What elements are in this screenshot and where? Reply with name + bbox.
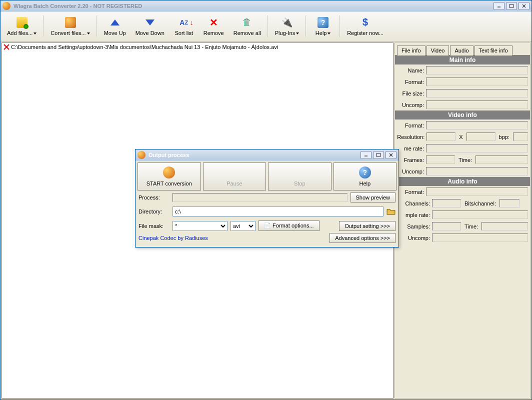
value-audio-time bbox=[482, 222, 528, 230]
label-samples: Samples: bbox=[397, 224, 430, 230]
label-audio-uncomp: Uncomp: bbox=[397, 235, 430, 241]
remove-icon: ✕ bbox=[208, 17, 219, 28]
label-frames: Frames: bbox=[397, 157, 424, 163]
codec-link[interactable]: Cinepak Codec by Radiuses bbox=[138, 235, 208, 241]
open-folder-icon[interactable] bbox=[386, 207, 396, 216]
pause-icon bbox=[228, 166, 240, 178]
advanced-options-button[interactable]: Advanced options >>> bbox=[330, 233, 396, 243]
info-tabs: File info Video Audio Text file info bbox=[395, 43, 530, 55]
svg-rect-7 bbox=[377, 153, 380, 156]
pause-button[interactable]: Pause bbox=[203, 162, 266, 190]
file-mask-select[interactable]: * bbox=[172, 221, 228, 231]
value-frame-rate bbox=[426, 144, 528, 152]
trash-icon: 🗑 bbox=[242, 17, 252, 28]
minimize-button[interactable] bbox=[494, 2, 504, 10]
value-file-size bbox=[426, 89, 528, 98]
value-uncomp bbox=[426, 100, 528, 109]
value-audio-uncomp bbox=[432, 234, 528, 242]
main-titlebar[interactable]: Wiagra Batch Converter 2.20 - NOT REGIST… bbox=[0, 0, 532, 12]
value-samples bbox=[432, 222, 461, 230]
options-icon: 📄 bbox=[264, 222, 271, 228]
file-path: C:\Documents and Settings\uptodown-3\Mis… bbox=[11, 44, 278, 50]
value-format bbox=[426, 78, 528, 86]
dialog-help-button[interactable]: ? Help bbox=[334, 162, 397, 190]
folder-add-icon bbox=[16, 17, 28, 28]
chevron-down-icon bbox=[34, 32, 36, 34]
dialog-close-button[interactable] bbox=[386, 151, 396, 159]
convert-icon bbox=[163, 166, 175, 178]
section-video-info: Video info bbox=[395, 110, 530, 120]
chevron-down-icon bbox=[296, 32, 299, 34]
move-up-button[interactable]: Move Up bbox=[100, 12, 130, 40]
sort-icon: AZ bbox=[178, 17, 190, 28]
tab-video[interactable]: Video bbox=[426, 46, 450, 56]
value-bits-channel bbox=[500, 199, 520, 208]
dialog-maximize-button[interactable] bbox=[373, 151, 384, 159]
plugins-button[interactable]: 🔌 Plug-Ins bbox=[270, 12, 304, 40]
label-process: Process: bbox=[138, 194, 170, 200]
info-panel: File info Video Audio Text file info Mai… bbox=[394, 42, 530, 398]
remove-all-button[interactable]: 🗑 Remove all bbox=[229, 12, 266, 40]
value-frames bbox=[426, 156, 455, 164]
add-files-button[interactable]: Add files... bbox=[2, 12, 41, 40]
extension-select[interactable]: avi bbox=[230, 221, 256, 231]
output-setting-button[interactable]: Output setting >>> bbox=[339, 221, 396, 231]
section-main-info: Main info bbox=[395, 56, 530, 64]
main-toolbar: Add files... Convert files... Move Up Mo… bbox=[0, 12, 532, 42]
format-options-button[interactable]: 📄 Format options... bbox=[258, 220, 320, 231]
label-video-format: Format: bbox=[397, 122, 424, 128]
value-res-w bbox=[426, 132, 456, 141]
stop-icon bbox=[294, 166, 306, 178]
directory-input[interactable] bbox=[172, 206, 384, 216]
value-audio-format bbox=[426, 188, 528, 196]
section-audio-info: Audio info bbox=[395, 177, 530, 186]
maximize-button[interactable] bbox=[506, 2, 517, 10]
value-sample-rate bbox=[432, 210, 528, 219]
dialog-title: Output process bbox=[148, 152, 360, 158]
tab-text-file-info[interactable]: Text file info bbox=[474, 46, 512, 56]
label-uncomp: Uncomp: bbox=[397, 102, 424, 108]
process-field bbox=[172, 193, 348, 202]
arrow-up-icon bbox=[110, 20, 120, 26]
arrow-down-icon bbox=[146, 20, 154, 26]
help-icon: ? bbox=[318, 17, 328, 28]
app-icon bbox=[138, 151, 146, 159]
label-format: Format: bbox=[397, 79, 424, 85]
label-audio-format: Format: bbox=[397, 189, 424, 195]
label-frame-rate: me rate: bbox=[397, 146, 424, 152]
value-name bbox=[426, 66, 528, 74]
dialog-titlebar[interactable]: Output process bbox=[136, 150, 398, 160]
tab-file-info[interactable]: File info bbox=[397, 46, 426, 56]
label-directory: Directory: bbox=[138, 208, 170, 214]
app-icon bbox=[2, 2, 10, 10]
help-button[interactable]: ? Help bbox=[308, 12, 338, 40]
plug-icon: 🔌 bbox=[282, 17, 292, 28]
convert-icon bbox=[65, 17, 76, 28]
value-channels bbox=[432, 199, 461, 208]
svg-rect-1 bbox=[510, 4, 514, 8]
output-process-dialog: Output process START conversion Pause St… bbox=[135, 149, 399, 248]
sort-list-button[interactable]: AZ Sort list bbox=[170, 12, 198, 40]
convert-files-button[interactable]: Convert files... bbox=[46, 12, 94, 40]
dialog-minimize-button[interactable] bbox=[360, 151, 372, 159]
value-video-uncomp bbox=[426, 167, 528, 176]
label-video-uncomp: Uncomp: bbox=[397, 168, 424, 174]
stop-button[interactable]: Stop bbox=[268, 162, 332, 190]
file-error-icon bbox=[3, 44, 10, 50]
value-video-time bbox=[476, 156, 528, 164]
remove-button[interactable]: ✕ Remove bbox=[199, 12, 228, 40]
value-res-h bbox=[466, 132, 496, 141]
close-button[interactable] bbox=[518, 2, 530, 10]
show-preview-button[interactable]: Show preview bbox=[350, 192, 396, 202]
value-video-format bbox=[426, 121, 528, 130]
window-title: Wiagra Batch Converter 2.20 - NOT REGIST… bbox=[14, 3, 494, 9]
label-name: Name: bbox=[397, 68, 424, 74]
tab-audio[interactable]: Audio bbox=[450, 46, 473, 56]
register-now-button[interactable]: $ Register now... bbox=[342, 12, 388, 40]
label-file-size: File size: bbox=[397, 90, 424, 96]
dollar-icon: $ bbox=[360, 17, 371, 28]
file-list-item[interactable]: C:\Documents and Settings\uptodown-3\Mis… bbox=[2, 43, 393, 51]
move-down-button[interactable]: Move Down bbox=[131, 12, 169, 40]
label-channels: Channels: bbox=[397, 200, 430, 206]
start-conversion-button[interactable]: START conversion bbox=[138, 162, 201, 190]
